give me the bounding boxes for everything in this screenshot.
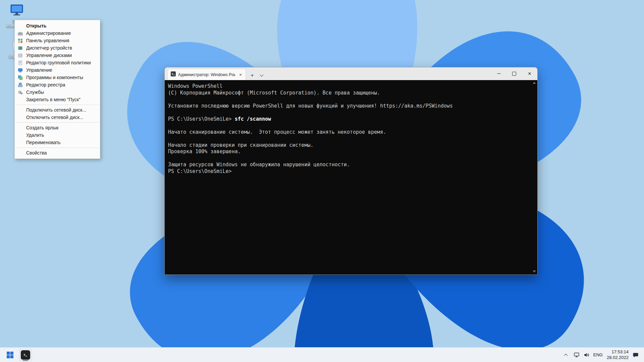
windows-logo-icon bbox=[6, 351, 14, 359]
maximize-button[interactable] bbox=[506, 67, 522, 80]
network-icon[interactable] bbox=[574, 352, 580, 358]
taskbar: ENG 17:53:14 28.02.2022 bbox=[0, 347, 644, 362]
menu-item-delete[interactable]: Удалить bbox=[15, 131, 100, 139]
control-panel-icon bbox=[17, 38, 23, 44]
tab-close-icon[interactable]: × bbox=[237, 72, 244, 78]
close-button[interactable]: × bbox=[522, 67, 537, 80]
icon-spacer bbox=[17, 23, 23, 29]
menu-item-registry-editor[interactable]: Редактор реестра bbox=[15, 81, 100, 88]
terminal-tab-title: Администратор: Windows Pow bbox=[178, 72, 235, 77]
terminal-line bbox=[168, 155, 529, 162]
icon-spacer bbox=[17, 97, 23, 103]
terminal-line: Защита ресурсов Windows не обнаружила на… bbox=[168, 162, 529, 168]
terminal-tab-icon bbox=[171, 71, 176, 78]
menu-item-control-panel[interactable]: Панель управления bbox=[15, 37, 100, 44]
notification-bubble-icon[interactable] bbox=[633, 352, 639, 358]
this-pc-monitor-icon bbox=[9, 4, 24, 18]
menu-item-properties[interactable]: Свойства bbox=[15, 149, 100, 157]
terminal-line bbox=[168, 122, 529, 129]
menu-item-administrative-tools[interactable]: Администрирование bbox=[15, 29, 100, 37]
menu-item-disk-management[interactable]: Управление дисками bbox=[15, 52, 100, 59]
start-button[interactable] bbox=[3, 349, 17, 361]
terminal-line: Windows PowerShell bbox=[168, 83, 529, 90]
menu-separator bbox=[15, 122, 99, 123]
terminal-line: Начато сканирование системы. Этот процес… bbox=[168, 129, 529, 136]
administrative-tools-icon bbox=[17, 31, 23, 36]
terminal-titlebar: Администратор: Windows Pow × + × bbox=[165, 67, 537, 80]
terminal-line bbox=[168, 109, 529, 116]
hidden-icons-chevron-icon[interactable] bbox=[562, 350, 570, 360]
clock-date: 28.02.2022 bbox=[607, 355, 629, 361]
programs-and-features-icon bbox=[17, 75, 23, 80]
icon-spacer bbox=[17, 140, 23, 145]
menu-item-device-manager[interactable]: Диспетчер устройств bbox=[15, 44, 100, 52]
volume-icon[interactable] bbox=[584, 352, 589, 358]
services-gear-icon bbox=[17, 89, 23, 95]
scroll-down-arrow-icon[interactable] bbox=[533, 270, 536, 273]
menu-item-map-network-drive[interactable]: Подключить сетевой диск... bbox=[15, 106, 100, 114]
menu-item-services[interactable]: Службы bbox=[15, 88, 100, 96]
group-policy-icon bbox=[17, 60, 23, 66]
menu-item-group-policy-editor[interactable]: Редактор групповой политики bbox=[15, 59, 100, 66]
windows-terminal-window: Администратор: Windows Pow × + × Windows… bbox=[164, 67, 538, 275]
menu-separator bbox=[15, 105, 99, 105]
menu-item-computer-management[interactable]: Управление bbox=[15, 66, 100, 74]
terminal-prompt-final: PS C:\Users\OneSmiLe> bbox=[168, 168, 529, 175]
clock[interactable]: 17:53:14 28.02.2022 bbox=[607, 349, 629, 361]
icon-spacer bbox=[17, 132, 23, 138]
menu-item-rename[interactable]: Переименовать bbox=[15, 139, 100, 146]
taskbar-terminal-button[interactable] bbox=[19, 349, 32, 361]
menu-item-disconnect-network-drive[interactable]: Отключить сетевой диск... bbox=[15, 114, 100, 121]
clock-time: 17:53:14 bbox=[607, 349, 629, 355]
tab-dropdown-chevron-icon[interactable] bbox=[257, 71, 266, 80]
terminal-line bbox=[168, 96, 529, 103]
menu-item-open[interactable]: Открыть bbox=[15, 22, 100, 29]
scroll-up-arrow-icon[interactable] bbox=[533, 82, 536, 84]
terminal-tab[interactable]: Администратор: Windows Pow × bbox=[167, 69, 246, 80]
new-tab-button[interactable]: + bbox=[247, 71, 257, 80]
computer-management-icon bbox=[17, 67, 23, 73]
icon-spacer bbox=[17, 125, 23, 131]
terminal-prompt: PS C:\Users\OneSmiLe> bbox=[168, 116, 235, 122]
terminal-command: sfc /scannow bbox=[235, 116, 271, 122]
icon-spacer bbox=[17, 150, 23, 156]
icon-spacer bbox=[17, 107, 23, 113]
disk-management-icon bbox=[17, 53, 23, 58]
titlebar-drag-area[interactable] bbox=[266, 67, 491, 80]
terminal-line bbox=[168, 135, 529, 142]
this-pc-context-menu: Открыть Администрирование Панель управле… bbox=[14, 20, 100, 159]
menu-item-programs-and-features[interactable]: Программы и компоненты bbox=[15, 74, 100, 81]
language-indicator[interactable]: ENG bbox=[593, 352, 603, 357]
terminal-app-icon bbox=[21, 350, 30, 360]
terminal-command-line: PS C:\Users\OneSmiLe> sfc /scannow bbox=[168, 116, 529, 123]
menu-item-pin-to-start[interactable]: Закрепить в меню "Пуск" bbox=[15, 96, 100, 103]
terminal-line: (C) Корпорация Майкрософт (Microsoft Cor… bbox=[168, 90, 529, 97]
minimize-button[interactable] bbox=[491, 67, 506, 80]
terminal-line: Проверка 100% завершена. bbox=[168, 148, 529, 155]
device-manager-icon bbox=[17, 45, 23, 51]
registry-editor-icon bbox=[17, 82, 23, 88]
menu-separator bbox=[15, 147, 99, 148]
terminal-output-area[interactable]: Windows PowerShell (C) Корпорация Майкро… bbox=[165, 80, 537, 275]
terminal-line: Начало стадии проверки при сканировании … bbox=[168, 142, 529, 149]
menu-item-create-shortcut[interactable]: Создать ярлык bbox=[15, 124, 100, 131]
icon-spacer bbox=[17, 115, 23, 120]
terminal-line: Установите последнюю версию PowerShell д… bbox=[168, 103, 529, 110]
